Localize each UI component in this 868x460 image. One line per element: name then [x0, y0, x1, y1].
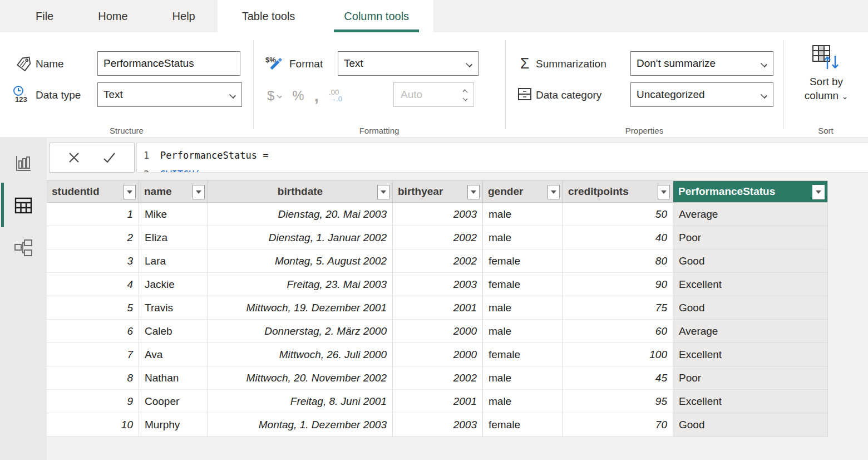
table-cell[interactable]: 2003 — [393, 203, 483, 226]
table-cell[interactable]: Jackie — [139, 273, 208, 296]
filter-dropdown-button[interactable] — [548, 185, 560, 199]
table-cell[interactable]: 8 — [47, 366, 139, 390]
spin-up-icon[interactable] — [463, 88, 468, 93]
column-header-birthdate[interactable]: birthdate — [208, 180, 393, 203]
table-cell[interactable]: 60 — [563, 320, 673, 343]
table-cell[interactable]: 2002 — [393, 226, 483, 249]
filter-dropdown-button[interactable] — [377, 185, 389, 199]
table-cell[interactable]: Freitag, 23. Mai 2003 — [208, 273, 393, 296]
table-cell[interactable]: 2002 — [393, 366, 483, 390]
table-cell[interactable]: Ava — [139, 343, 208, 366]
table-cell[interactable]: Mike — [139, 203, 208, 226]
spin-down-icon[interactable] — [463, 96, 468, 101]
sort-by-column-button[interactable]: Sort by column ⌄ — [791, 45, 861, 120]
table-cell[interactable]: 6 — [47, 320, 139, 343]
currency-format-button[interactable]: $ — [267, 88, 282, 104]
table-cell[interactable]: 45 — [563, 366, 673, 390]
column-header-creditpoints[interactable]: creditpoints — [563, 180, 673, 203]
table-cell[interactable]: Excellent — [673, 343, 828, 366]
table-cell[interactable]: 2001 — [393, 296, 483, 320]
table-cell[interactable]: 80 — [563, 249, 673, 273]
format-dropdown[interactable]: Text — [338, 51, 479, 76]
table-cell[interactable]: Nathan — [139, 366, 208, 390]
formula-bar[interactable]: 1PerformanceStatus = 2SWITCH( — [136, 143, 868, 173]
table-cell[interactable]: male — [483, 390, 563, 413]
table-cell[interactable]: female — [483, 413, 563, 437]
table-cell[interactable]: Donnerstag, 2. März 2000 — [208, 320, 393, 343]
filter-dropdown-button[interactable] — [124, 185, 136, 199]
table-cell[interactable]: Excellent — [673, 390, 828, 413]
table-cell[interactable]: male — [483, 296, 563, 320]
table-cell[interactable]: 3 — [47, 249, 139, 273]
table-cell[interactable]: Mittwoch, 20. November 2002 — [208, 366, 393, 390]
tab-file[interactable]: File — [13, 0, 76, 32]
table-cell[interactable]: female — [483, 273, 563, 296]
table-cell[interactable]: Freitag, 8. Juni 2001 — [208, 390, 393, 413]
table-cell[interactable]: female — [483, 343, 563, 366]
table-cell[interactable]: 4 — [47, 273, 139, 296]
table-cell[interactable]: 5 — [47, 296, 139, 320]
table-cell[interactable]: 75 — [563, 296, 673, 320]
filter-dropdown-button[interactable] — [467, 185, 480, 199]
name-input-field[interactable] — [103, 57, 234, 70]
table-cell[interactable]: Montag, 1. Dezember 2003 — [208, 413, 393, 437]
table-cell[interactable]: 2000 — [393, 320, 483, 343]
cancel-formula-icon[interactable] — [67, 151, 81, 164]
tab-home[interactable]: Home — [76, 0, 150, 32]
table-cell[interactable]: Mittwoch, 26. Juli 2000 — [208, 343, 393, 366]
thousands-separator-button[interactable]: , — [314, 86, 319, 105]
table-cell[interactable]: male — [483, 320, 563, 343]
table-cell[interactable]: Caleb — [139, 320, 208, 343]
table-cell[interactable]: 2002 — [393, 249, 483, 273]
name-input[interactable] — [97, 51, 240, 76]
data-type-dropdown[interactable]: Text — [97, 82, 242, 107]
table-cell[interactable]: 95 — [563, 390, 673, 413]
formula-line-1[interactable]: 1PerformanceStatus = — [144, 150, 268, 161]
column-header-studentid[interactable]: studentid — [47, 180, 139, 203]
table-cell[interactable]: Poor — [673, 226, 828, 249]
filter-dropdown-button[interactable] — [193, 185, 205, 199]
table-cell[interactable]: Average — [673, 320, 828, 343]
formula-line-2[interactable]: 2SWITCH( — [144, 169, 200, 173]
decimal-places-button[interactable]: .00 →.0 — [329, 89, 342, 102]
table-cell[interactable]: Travis — [139, 296, 208, 320]
table-cell[interactable]: Good — [673, 296, 828, 320]
table-cell[interactable]: 10 — [47, 413, 139, 437]
table-cell[interactable]: 90 — [563, 273, 673, 296]
table-cell[interactable]: 40 — [563, 226, 673, 249]
table-cell[interactable]: Dienstag, 20. Mai 2003 — [208, 203, 393, 226]
decimal-places-spinner[interactable]: Auto — [393, 82, 474, 107]
table-cell[interactable]: 7 — [47, 343, 139, 366]
table-cell[interactable]: Dienstag, 1. Januar 2002 — [208, 226, 393, 249]
percent-format-button[interactable]: % — [292, 88, 304, 104]
data-category-dropdown[interactable]: Uncategorized — [630, 82, 773, 107]
table-cell[interactable]: 2003 — [393, 413, 483, 437]
table-cell[interactable]: male — [483, 366, 563, 390]
summarization-dropdown[interactable]: Don't summarize — [630, 51, 773, 76]
column-header-gender[interactable]: gender — [483, 180, 563, 203]
spinner-arrows[interactable] — [463, 88, 474, 101]
filter-dropdown-button[interactable] — [812, 185, 825, 199]
tab-column-tools[interactable]: Column tools — [319, 0, 433, 32]
table-cell[interactable]: Good — [673, 249, 828, 273]
table-cell[interactable]: Good — [673, 413, 828, 437]
model-view-button[interactable] — [14, 238, 33, 257]
filter-dropdown-button[interactable] — [658, 185, 670, 199]
table-cell[interactable]: Average — [673, 203, 828, 226]
column-header-name[interactable]: name — [139, 180, 208, 203]
table-cell[interactable]: 70 — [563, 413, 673, 437]
commit-formula-icon[interactable] — [102, 151, 116, 164]
tab-help[interactable]: Help — [150, 0, 218, 32]
table-cell[interactable]: Murphy — [139, 413, 208, 437]
table-cell[interactable]: 1 — [47, 203, 139, 226]
table-cell[interactable]: Montag, 5. August 2002 — [208, 249, 393, 273]
column-header-PerformanceStatus[interactable]: PerformanceStatus — [673, 180, 828, 203]
table-cell[interactable]: Lara — [139, 249, 208, 273]
table-cell[interactable]: 2000 — [393, 343, 483, 366]
table-cell[interactable]: 2 — [47, 226, 139, 249]
table-cell[interactable]: 9 — [47, 390, 139, 413]
table-cell[interactable]: female — [483, 249, 563, 273]
table-cell[interactable]: 50 — [563, 203, 673, 226]
data-view-button[interactable] — [14, 196, 33, 215]
table-cell[interactable]: Excellent — [673, 273, 828, 296]
